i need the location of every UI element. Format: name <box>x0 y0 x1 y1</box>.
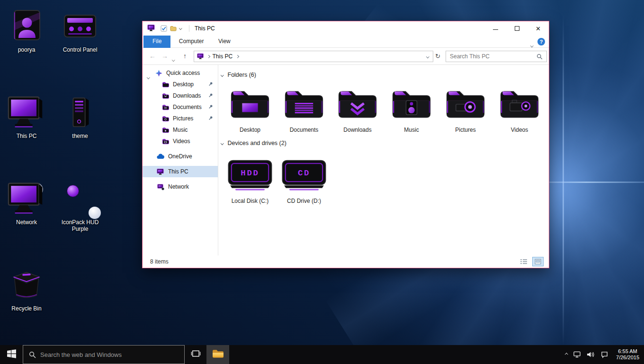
desktop-icon-control-panel[interactable]: Control Panel <box>55 7 105 53</box>
desktop-icon-network[interactable]: Network <box>1 179 52 226</box>
folder-icon <box>161 126 169 134</box>
group-header-devices[interactable]: Devices and drives (2) <box>221 139 286 147</box>
desktop-icon-theme[interactable]: theme <box>55 93 105 139</box>
close-icon: ✕ <box>536 25 541 32</box>
sidebar-item-onedrive[interactable]: OneDrive <box>143 151 218 162</box>
task-view-button[interactable] <box>185 345 206 364</box>
sidebar-item-this-pc[interactable]: This PC <box>143 166 218 177</box>
explorer-search-box[interactable] <box>446 51 547 62</box>
file-explorer-button[interactable] <box>206 345 229 364</box>
folder-icon <box>161 92 169 100</box>
maximize-button[interactable] <box>506 21 528 36</box>
sidebar-item-downloads[interactable]: Downloads <box>143 90 218 101</box>
sidebar-item-pictures[interactable]: Pictures <box>143 113 218 124</box>
ribbon-tabs: File Computer View ? <box>143 36 549 48</box>
details-view-button[interactable] <box>519 257 529 266</box>
tile-label: Desktop <box>225 127 275 133</box>
desktop-icon-poorya[interactable]: poorya <box>1 7 52 53</box>
sidebar-item-quick-access[interactable]: Quick access <box>143 67 218 79</box>
folder-tile-downloads[interactable]: Downloads <box>333 82 382 133</box>
start-button[interactable] <box>0 345 23 364</box>
desktop-icon-recycle-bin[interactable]: Recycle Bin <box>1 265 52 312</box>
sidebar-item-music[interactable]: Music <box>143 124 218 136</box>
taskbar-clock[interactable]: 6:55 AM 7/26/2015 <box>616 348 639 361</box>
back-button[interactable]: ← <box>149 52 156 60</box>
sidebar-item-videos[interactable]: Videos <box>143 136 218 147</box>
tile-label: Music <box>387 127 436 133</box>
tab-view[interactable]: View <box>212 36 237 48</box>
computer-icon <box>7 94 46 131</box>
group-header-label: Folders (6) <box>228 72 256 78</box>
address-dropdown-chevron-icon[interactable] <box>426 55 429 58</box>
windows-logo-icon <box>7 349 16 360</box>
tile-label: Pictures <box>441 127 490 133</box>
collapse-chevron-icon[interactable] <box>221 142 224 145</box>
explorer-window: This PC ✕ File Computer View ? ← → ↑ Thi… <box>142 21 549 268</box>
breadcrumb-this-pc[interactable]: This PC <box>213 53 233 60</box>
close-button[interactable]: ✕ <box>528 21 549 36</box>
sidebar-label: Downloads <box>173 92 201 99</box>
navigation-pane: Quick access Desktop Downloads Documents… <box>143 65 218 255</box>
network-icon <box>7 181 46 218</box>
address-bar[interactable]: This PC <box>194 51 433 62</box>
qat-new-folder-icon[interactable] <box>170 25 177 32</box>
breadcrumb-chevron-icon[interactable] <box>207 55 210 58</box>
network-tray-icon[interactable] <box>573 351 581 358</box>
forward-button[interactable]: → <box>161 52 168 60</box>
qat-properties-icon[interactable] <box>161 25 167 32</box>
status-bar: 8 items <box>143 255 549 268</box>
refresh-button[interactable]: ↻ <box>435 53 440 60</box>
recent-locations-chevron-icon[interactable] <box>172 55 175 62</box>
sidebar-item-network[interactable]: Network <box>143 181 218 192</box>
folder-tile-pictures[interactable]: Pictures <box>441 82 490 133</box>
sidebar-item-documents[interactable]: Documents <box>143 101 218 113</box>
up-button[interactable]: ↑ <box>183 52 187 60</box>
tile-label: Downloads <box>333 127 382 133</box>
desktop-icon-label: poorya <box>1 46 52 53</box>
explorer-search-input[interactable] <box>446 53 537 60</box>
clock-time: 6:55 AM <box>616 348 639 355</box>
help-button[interactable]: ? <box>537 38 545 46</box>
expand-ribbon-chevron-icon[interactable] <box>531 40 533 48</box>
minimize-button[interactable] <box>485 21 506 36</box>
tile-label: CD Drive (D:) <box>277 198 331 204</box>
drive-tile-local-disk[interactable]: HDD Local Disk (C:) <box>223 156 277 204</box>
pictures-folder-icon <box>442 85 489 122</box>
large-icons-view-button[interactable] <box>533 257 543 266</box>
control-panel-icon <box>62 9 98 45</box>
tower-icon <box>63 95 97 131</box>
taskbar-search[interactable] <box>23 345 185 364</box>
folder-icon <box>161 137 169 145</box>
collapse-chevron-icon[interactable] <box>221 73 224 76</box>
sidebar-item-desktop[interactable]: Desktop <box>143 79 218 90</box>
folder-tile-music[interactable]: Music <box>387 82 436 133</box>
desktop-icon-iconpack[interactable]: IconPack HUD Purple <box>55 179 105 232</box>
search-icon[interactable] <box>537 54 543 60</box>
folder-tile-videos[interactable]: Videos <box>495 82 544 133</box>
sidebar-label: This PC <box>168 168 188 175</box>
qat-customize-chevron-icon[interactable] <box>179 27 182 29</box>
taskbar-search-input[interactable] <box>40 351 184 358</box>
window-title: This PC <box>195 21 215 36</box>
group-header-folders[interactable]: Folders (6) <box>221 71 256 79</box>
minimize-icon <box>493 29 498 30</box>
folder-tile-documents[interactable]: Documents <box>279 82 329 133</box>
desktop-icon-this-pc[interactable]: This PC <box>1 93 52 139</box>
address-location-icon <box>197 53 204 60</box>
tab-computer[interactable]: Computer <box>173 36 210 48</box>
breadcrumb-chevron-icon[interactable] <box>236 55 239 58</box>
action-center-icon[interactable] <box>601 351 608 358</box>
network-icon <box>157 183 164 191</box>
file-list: Folders (6) Desktop Documents <box>218 65 549 255</box>
pin-icon <box>208 116 213 121</box>
group-header-label: Devices and drives (2) <box>228 140 286 146</box>
volume-icon[interactable] <box>587 351 595 358</box>
search-icon <box>29 351 36 358</box>
desktop-icon-label: This PC <box>1 133 52 139</box>
tab-file[interactable]: File <box>143 36 170 48</box>
drive-tile-cd-drive[interactable]: CD CD Drive (D:) <box>277 156 331 204</box>
hard-drive-icon: HDD <box>226 157 274 195</box>
titlebar[interactable]: This PC ✕ <box>143 21 549 36</box>
folder-tile-desktop[interactable]: Desktop <box>225 82 275 133</box>
show-hidden-icons-chevron-icon[interactable] <box>565 354 568 356</box>
